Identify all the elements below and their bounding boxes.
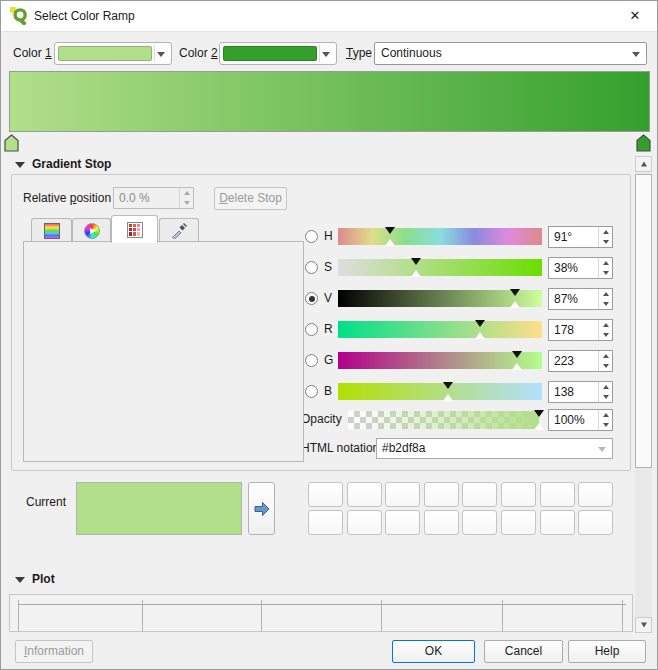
empty-swatch-button[interactable]	[424, 510, 459, 535]
empty-swatch-button[interactable]	[308, 482, 343, 507]
slider-handle[interactable]	[411, 258, 421, 265]
slider-handle[interactable]	[443, 394, 453, 401]
panel-scrollbar[interactable]	[635, 156, 652, 633]
hue-slider[interactable]	[338, 228, 542, 245]
slider-handle[interactable]	[443, 382, 453, 389]
collapse-triangle-icon[interactable]	[15, 162, 25, 168]
opacity-slider[interactable]	[348, 411, 539, 429]
cancel-button[interactable]: Cancel	[484, 640, 563, 663]
empty-swatch-button[interactable]	[424, 482, 459, 507]
value-label: V	[324, 289, 332, 308]
empty-swatch-button[interactable]	[540, 482, 575, 507]
ok-button[interactable]: OK	[392, 640, 475, 663]
relative-position-spinbox[interactable]: 0.0 %	[113, 187, 194, 209]
gradient-preview[interactable]	[9, 71, 650, 132]
slider-handle[interactable]	[510, 289, 520, 296]
tab-swatches[interactable]	[111, 215, 158, 243]
gradient-stop-marker-right[interactable]	[636, 134, 651, 152]
spin-up-icon[interactable]	[180, 188, 193, 198]
opacity-spinbox[interactable]: 100%	[548, 409, 613, 431]
blue-radio[interactable]	[305, 385, 318, 398]
slider-handle[interactable]	[534, 423, 544, 430]
value-spinbox[interactable]: 87%	[548, 288, 613, 310]
empty-swatch-button[interactable]	[347, 482, 382, 507]
delete-stop-button[interactable]: Delete Stop	[214, 187, 287, 210]
plot-area[interactable]	[9, 594, 633, 632]
spin-down-icon[interactable]	[599, 299, 612, 309]
hue-radio[interactable]	[305, 230, 318, 243]
slider-handle[interactable]	[385, 239, 395, 246]
saturation-spinbox[interactable]: 38%	[548, 257, 613, 279]
tab-color-picker[interactable]	[159, 218, 199, 242]
spin-down-icon[interactable]	[599, 392, 612, 402]
spin-up-icon[interactable]	[599, 410, 612, 420]
green-label: G	[324, 351, 333, 370]
relative-position-value: 0.0 %	[119, 188, 150, 208]
spin-up-icon[interactable]	[599, 351, 612, 361]
green-radio[interactable]	[305, 354, 318, 367]
saturation-slider[interactable]	[338, 259, 542, 276]
empty-swatch-button[interactable]	[501, 510, 536, 535]
blue-spinbox[interactable]: 138	[548, 381, 613, 403]
empty-swatch-button[interactable]	[385, 482, 420, 507]
empty-swatch-button[interactable]	[578, 482, 613, 507]
blue-slider[interactable]	[338, 383, 542, 400]
scrollbar-thumb[interactable]	[635, 174, 652, 468]
spin-up-icon[interactable]	[599, 258, 612, 268]
collapse-triangle-icon[interactable]	[15, 577, 25, 583]
empty-swatch-button[interactable]	[308, 510, 343, 535]
slider-handle[interactable]	[385, 227, 395, 234]
slider-handle[interactable]	[411, 270, 421, 277]
spin-up-icon[interactable]	[599, 227, 612, 237]
slider-handle[interactable]	[512, 351, 522, 358]
information-button[interactable]: Information	[15, 640, 93, 663]
red-radio[interactable]	[305, 323, 318, 336]
spin-down-icon[interactable]	[599, 330, 612, 340]
empty-swatch-button[interactable]	[578, 510, 613, 535]
color-ramp-icon	[44, 223, 60, 239]
spin-down-icon[interactable]	[599, 420, 612, 430]
add-current-to-swatches-button[interactable]	[248, 482, 275, 535]
help-button[interactable]: Help	[568, 640, 646, 663]
green-slider[interactable]	[338, 352, 542, 369]
spin-down-icon[interactable]	[599, 237, 612, 247]
slider-handle[interactable]	[534, 410, 544, 417]
slider-handle[interactable]	[475, 320, 485, 327]
spin-down-icon[interactable]	[180, 198, 193, 208]
red-slider[interactable]	[338, 321, 542, 338]
color2-button[interactable]	[219, 42, 337, 65]
gradient-stop-marker-left[interactable]	[4, 134, 19, 152]
scroll-down-icon[interactable]	[635, 617, 652, 633]
swatches-grid-icon	[127, 222, 143, 238]
close-button[interactable]: ✕	[613, 1, 657, 31]
color1-button[interactable]	[54, 42, 172, 65]
slider-handle[interactable]	[475, 332, 485, 339]
tab-color-wheel[interactable]	[72, 218, 111, 242]
value-slider[interactable]	[338, 290, 542, 307]
spin-up-icon[interactable]	[599, 382, 612, 392]
type-value: Continuous	[381, 46, 442, 60]
spin-up-icon[interactable]	[599, 320, 612, 330]
type-combobox[interactable]: Continuous	[374, 42, 647, 65]
empty-swatch-button[interactable]	[347, 510, 382, 535]
spin-down-icon[interactable]	[599, 268, 612, 278]
empty-swatch-button[interactable]	[501, 482, 536, 507]
empty-swatch-button[interactable]	[462, 482, 497, 507]
empty-swatch-button[interactable]	[462, 510, 497, 535]
slider-handle[interactable]	[512, 363, 522, 370]
gradient-stop-section-title: Gradient Stop	[32, 157, 111, 171]
hue-spinbox[interactable]: 91°	[548, 226, 613, 248]
title-bar: Select Color Ramp ✕	[1, 1, 657, 32]
saturation-radio[interactable]	[305, 261, 318, 274]
value-radio[interactable]	[305, 292, 318, 305]
slider-handle[interactable]	[510, 301, 520, 308]
red-spinbox[interactable]: 178	[548, 319, 613, 341]
scroll-up-icon[interactable]	[635, 156, 652, 172]
spin-down-icon[interactable]	[599, 361, 612, 371]
spin-up-icon[interactable]	[599, 289, 612, 299]
tab-color-ramp[interactable]	[31, 218, 72, 242]
empty-swatch-button[interactable]	[385, 510, 420, 535]
html-notation-input[interactable]: #b2df8a	[376, 438, 613, 459]
empty-swatch-button[interactable]	[540, 510, 575, 535]
green-spinbox[interactable]: 223	[548, 350, 613, 372]
